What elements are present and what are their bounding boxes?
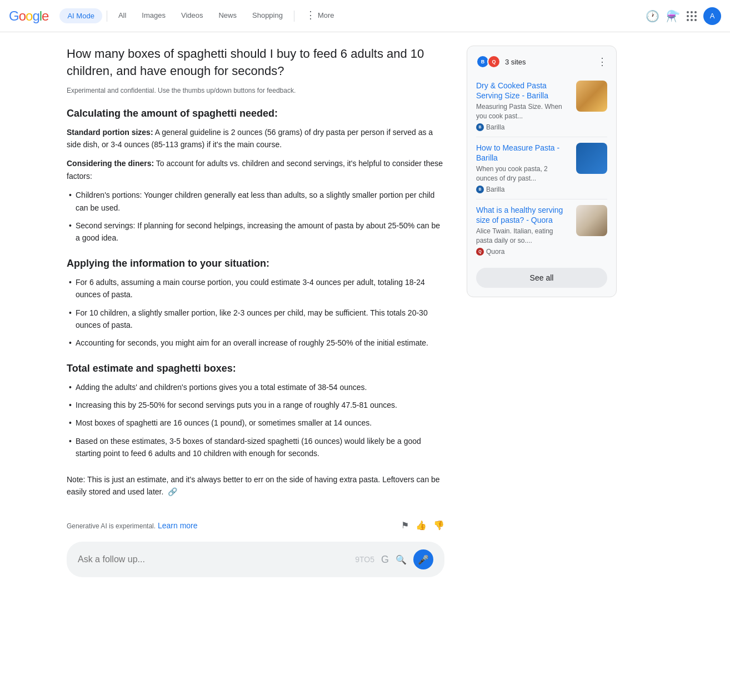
section-heading-1: Calculating the amount of spaghetti need… xyxy=(67,108,444,119)
bullet-item: Accounting for seconds, you might aim fo… xyxy=(67,337,444,349)
header: Google AI Mode All Images Videos News Sh… xyxy=(0,0,730,32)
source-item-2[interactable]: How to Measure Pasta - Barilla When you … xyxy=(476,137,607,199)
lab-icon[interactable]: ⚗️ xyxy=(666,9,680,23)
tab-images[interactable]: Images xyxy=(135,7,172,26)
grid-dot xyxy=(694,15,697,17)
barilla-icon-2: B xyxy=(476,186,484,193)
tab-shopping[interactable]: Shopping xyxy=(246,7,289,26)
source-content-3: What is a healthy serving size of pasta?… xyxy=(476,205,571,256)
bullet-item: Children's portions: Younger children ge… xyxy=(67,189,444,214)
favicon-2: Q xyxy=(487,55,501,68)
tab-more[interactable]: ⋮ More xyxy=(299,4,341,27)
grid-dot xyxy=(691,15,693,17)
note-paragraph: Note: This is just an estimate, and it's… xyxy=(67,473,444,498)
follow-up-right: 9TO5 G 🔍 🎤 xyxy=(355,549,433,569)
bullet-item: Most boxes of spaghetti are 16 ounces (1… xyxy=(67,417,444,429)
source-site-row-3: Q Quora xyxy=(476,248,571,256)
see-all-button[interactable]: See all xyxy=(476,268,607,288)
grid-dot xyxy=(691,11,693,13)
section2-bullets: For 6 adults, assuming a main course por… xyxy=(67,276,444,349)
tab-separator-2 xyxy=(294,11,294,22)
question-title: How many boxes of spaghetti should I buy… xyxy=(67,46,444,80)
source-snippet-3: Alice Twain. Italian, eating pasta daily… xyxy=(476,227,571,246)
sources-count: 3 sites xyxy=(505,58,526,66)
source-content-1: Dry & Cooked Pasta Serving Size - Barill… xyxy=(476,81,571,131)
header-right: 🕐 ⚗️ A xyxy=(646,7,721,25)
favicon-group: B Q xyxy=(476,55,501,68)
section-heading-2: Applying the information to your situati… xyxy=(67,258,444,269)
barilla-icon-1: B xyxy=(476,123,484,131)
source-title-3: What is a healthy serving size of pasta?… xyxy=(476,205,571,225)
sources-menu-icon[interactable]: ⋮ xyxy=(597,56,607,68)
tab-news[interactable]: News xyxy=(212,7,243,26)
link-icon: 🔗 xyxy=(168,486,177,498)
source-thumb-2 xyxy=(576,143,607,174)
tab-ai-mode[interactable]: AI Mode xyxy=(59,8,102,23)
bullet-item: For 10 children, a slightly smaller port… xyxy=(67,307,444,332)
considering-diners-para: Considering the diners: To account for a… xyxy=(67,157,444,182)
sources-panel: B Q 3 sites ⋮ Dry & Cooked Pasta Serving… xyxy=(467,46,617,577)
main-container: How many boxes of spaghetti should I buy… xyxy=(0,32,667,591)
sources-header: B Q 3 sites ⋮ xyxy=(476,55,607,68)
thumbs-down-icon[interactable]: 👎 xyxy=(433,520,444,531)
flag-icon[interactable]: ⚑ xyxy=(401,520,409,531)
section3-bullets: Adding the adults' and children's portio… xyxy=(67,381,444,460)
site-name-3: Quora xyxy=(486,248,504,256)
source-snippet-1: Measuring Pasta Size. When you cook past… xyxy=(476,102,571,121)
history-icon[interactable]: 🕐 xyxy=(646,9,659,23)
follow-up-input[interactable] xyxy=(78,554,355,564)
quora-icon: Q xyxy=(476,248,484,256)
source-title-2: How to Measure Pasta - Barilla xyxy=(476,143,571,163)
source-thumb-1 xyxy=(576,81,607,112)
grid-dot xyxy=(691,19,693,21)
grid-dot xyxy=(687,19,689,21)
section-heading-3: Total estimate and spaghetti boxes: xyxy=(67,363,444,374)
tab-all[interactable]: All xyxy=(112,7,133,26)
source-site-row-2: B Barilla xyxy=(476,186,571,193)
response-footer: Generative AI is experimental. Learn mor… xyxy=(67,511,444,531)
follow-up-container: 9TO5 G 🔍 🎤 xyxy=(67,542,444,577)
bullet-item: For 6 adults, assuming a main course por… xyxy=(67,276,444,301)
source-title-1: Dry & Cooked Pasta Serving Size - Barill… xyxy=(476,81,571,101)
ai-response-panel: How many boxes of spaghetti should I buy… xyxy=(67,46,444,577)
considering-diners-bold: Considering the diners: xyxy=(67,159,154,168)
search-icon-small: 🔍 xyxy=(396,554,407,565)
source-item-3[interactable]: What is a healthy serving size of pasta?… xyxy=(476,199,607,261)
bullet-item: Increasing this by 25-50% for second ser… xyxy=(67,399,444,411)
site-name-1: Barilla xyxy=(486,123,504,131)
standard-portions-para: Standard portion sizes: A general guidel… xyxy=(67,126,444,151)
user-avatar[interactable]: A xyxy=(703,7,721,25)
bullet-item: Adding the adults' and children's portio… xyxy=(67,381,444,393)
experimental-note: Experimental and confidential. Use the t… xyxy=(67,87,444,94)
mic-button[interactable]: 🎤 xyxy=(413,549,433,569)
source-snippet-2: When you cook pasta, 2 ounces of dry pas… xyxy=(476,164,571,183)
apps-grid-icon[interactable] xyxy=(687,11,697,21)
source-content-2: How to Measure Pasta - Barilla When you … xyxy=(476,143,571,193)
source-item-1[interactable]: Dry & Cooked Pasta Serving Size - Barill… xyxy=(476,75,607,137)
grid-dot xyxy=(694,11,697,13)
site-name-2: Barilla xyxy=(486,186,504,193)
thumbs-up-icon[interactable]: 👍 xyxy=(416,520,427,531)
nav-tabs: AI Mode All Images Videos News Shopping … xyxy=(59,4,646,27)
source-site-row-1: B Barilla xyxy=(476,123,571,131)
standard-portions-bold: Standard portion sizes: xyxy=(67,128,153,137)
feedback-icons: ⚑ 👍 👎 xyxy=(401,520,444,531)
section1-bullets: Children's portions: Younger children ge… xyxy=(67,189,444,244)
sources-title-row: B Q 3 sites xyxy=(476,55,526,68)
generative-label: Generative AI is experimental. xyxy=(67,522,156,530)
tab-videos[interactable]: Videos xyxy=(174,7,210,26)
source-thumb-3 xyxy=(576,205,607,236)
bullet-item: Based on these estimates, 3-5 boxes of s… xyxy=(67,435,444,460)
generative-note: Generative AI is experimental. Learn mor… xyxy=(67,521,198,530)
grid-dot xyxy=(694,19,697,21)
g-logo-small: G xyxy=(381,554,389,566)
grid-dot xyxy=(687,11,689,13)
grid-dot xyxy=(687,15,689,17)
note-text: Note: This is just an estimate, and it's… xyxy=(67,475,440,496)
more-dots-icon: ⋮ xyxy=(306,9,316,21)
sources-card: B Q 3 sites ⋮ Dry & Cooked Pasta Serving… xyxy=(467,46,617,297)
google-logo[interactable]: Google xyxy=(9,8,48,24)
bullet-item: Second servings: If planning for second … xyxy=(67,219,444,244)
tab-separator xyxy=(107,11,107,22)
learn-more-link[interactable]: Learn more xyxy=(158,521,198,530)
